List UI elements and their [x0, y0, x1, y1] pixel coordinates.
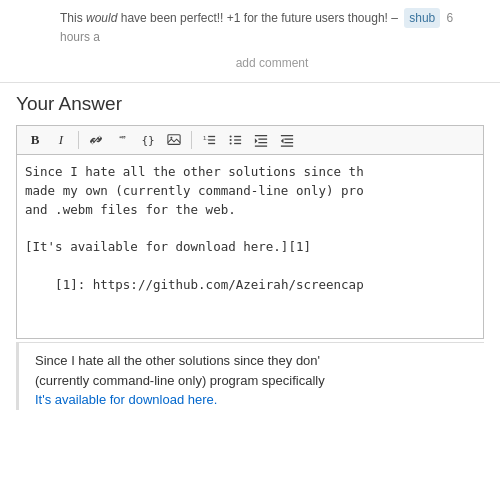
comment-italic: would — [86, 11, 117, 25]
comment-section: This would have been perfect!! +1 for th… — [0, 0, 500, 83]
comment-text: This would have been perfect!! +1 for th… — [60, 8, 484, 46]
svg-rect-1 — [168, 135, 180, 145]
toolbar-outdent-button[interactable] — [275, 129, 299, 151]
preview-section: Since I hate all the other solutions sin… — [16, 343, 484, 410]
toolbar-image-button[interactable] — [162, 129, 186, 151]
svg-marker-22 — [281, 138, 284, 143]
preview-line2: (currently command-line only) program sp… — [35, 373, 325, 388]
editor-textarea[interactable]: Since I hate all the other solutions sin… — [16, 154, 484, 339]
svg-point-8 — [230, 139, 232, 141]
preview-line1: Since I hate all the other solutions sin… — [35, 353, 320, 368]
answer-title: Your Answer — [16, 93, 484, 115]
svg-marker-17 — [255, 138, 258, 143]
toolbar-bold-button[interactable]: B — [23, 129, 47, 151]
editor-toolbar: B I “” {} — [16, 125, 484, 154]
preview-link[interactable]: It's available for download here. — [35, 392, 217, 407]
svg-point-9 — [230, 142, 232, 144]
toolbar-blockquote-button[interactable]: “” — [110, 129, 134, 151]
toolbar-separator-1 — [78, 131, 79, 149]
toolbar-ordered-list-button[interactable]: 1. — [197, 129, 221, 151]
comment-username[interactable]: shub — [404, 8, 440, 28]
indent-icon — [254, 133, 268, 147]
unordered-list-icon — [228, 133, 242, 147]
toolbar-link-button[interactable] — [84, 129, 108, 151]
link-icon — [89, 133, 103, 147]
toolbar-indent-button[interactable] — [249, 129, 273, 151]
svg-text:1.: 1. — [203, 134, 208, 141]
answer-section: Your Answer B I “” {} — [0, 83, 500, 342]
outdent-icon — [280, 133, 294, 147]
page-container: This would have been perfect!! +1 for th… — [0, 0, 500, 500]
toolbar-unordered-list-button[interactable] — [223, 129, 247, 151]
add-comment-link[interactable]: add comment — [60, 52, 484, 74]
toolbar-code-button[interactable]: {} — [136, 129, 160, 151]
image-icon — [167, 133, 181, 147]
comment-time: 6 hours a — [60, 11, 453, 44]
preview-text: Since I hate all the other solutions sin… — [35, 351, 468, 410]
ordered-list-icon: 1. — [202, 133, 216, 147]
svg-point-7 — [230, 135, 232, 137]
toolbar-italic-button[interactable]: I — [49, 129, 73, 151]
toolbar-separator-2 — [191, 131, 192, 149]
